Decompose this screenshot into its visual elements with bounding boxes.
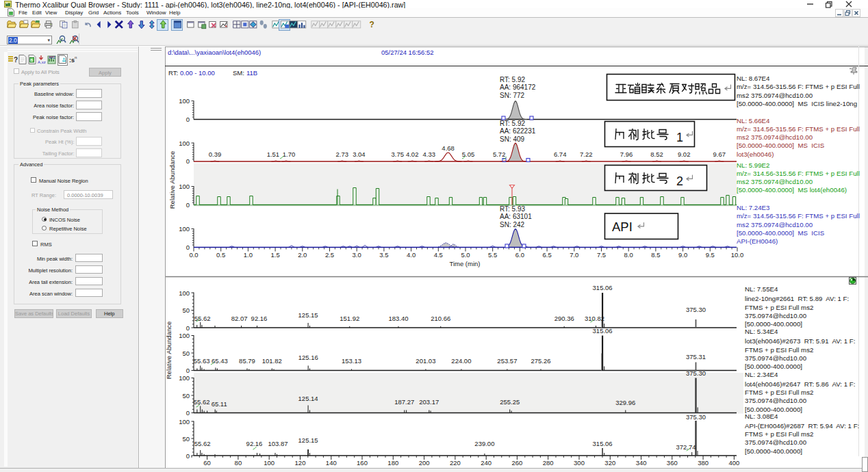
svg-text:?: ? — [369, 20, 374, 29]
svg-text:?: ? — [14, 56, 18, 64]
svg-text:A,xz: A,xz — [38, 60, 46, 64]
svg-text:AXZ: AXZ — [49, 55, 55, 60]
svg-text::s: :s — [69, 57, 75, 64]
svg-text:B: B — [30, 58, 33, 62]
svg-text:n: n — [75, 55, 77, 60]
